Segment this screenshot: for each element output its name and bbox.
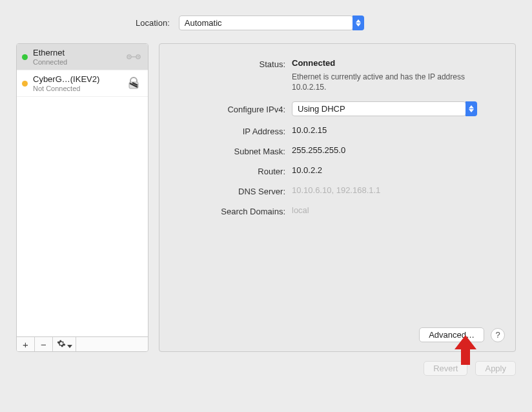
location-selected-value: Automatic <box>185 18 222 28</box>
ethernet-icon <box>125 50 143 64</box>
status-description: Ethernet is currently active and has the… <box>292 72 473 92</box>
location-select[interactable]: Automatic <box>179 15 364 30</box>
configure-ipv4-label: Configure IPv4: <box>159 101 285 114</box>
status-dot-icon <box>22 54 28 60</box>
minus-icon: − <box>41 339 46 350</box>
subnet-mask-value: 255.255.255.0 <box>292 145 500 155</box>
help-button[interactable]: ? <box>491 328 505 342</box>
revert-button[interactable]: Revert <box>424 361 467 376</box>
ip-address-value: 10.0.2.15 <box>292 125 500 135</box>
interface-name: Ethernet <box>33 48 119 57</box>
add-interface-button[interactable]: + <box>17 337 35 351</box>
search-domains-value[interactable]: local <box>292 205 500 215</box>
interface-status: Connected <box>33 58 119 66</box>
status-dot-icon <box>22 81 28 87</box>
location-label: Location: <box>136 18 170 28</box>
advanced-button[interactable]: Advanced… <box>419 327 484 342</box>
plus-icon: + <box>23 339 28 350</box>
status-label: Status: <box>159 58 285 69</box>
svg-point-3 <box>128 56 130 57</box>
ip-address-label: IP Address: <box>159 125 285 136</box>
interface-detail-panel: Status: Connected Ethernet is currently … <box>159 43 516 352</box>
remove-interface-button[interactable]: − <box>35 337 53 351</box>
interfaces-list: Ethernet Connected CyberG…(IKEV2) <box>17 44 148 336</box>
lock-icon <box>125 76 143 90</box>
search-domains-label: Search Domains: <box>159 205 285 216</box>
apply-button[interactable]: Apply <box>475 361 516 376</box>
router-value: 10.0.2.2 <box>292 165 500 175</box>
interface-status: Not Connected <box>33 85 119 92</box>
interface-item-ethernet[interactable]: Ethernet Connected <box>17 44 148 70</box>
interface-actions-button[interactable] <box>53 337 76 351</box>
interface-name: CyberG…(IKEV2) <box>33 74 119 84</box>
dns-server-label: DNS Server: <box>159 185 285 196</box>
configure-ipv4-select[interactable]: Using DHCP <box>292 101 477 116</box>
gear-icon <box>57 339 66 350</box>
configure-ipv4-value: Using DHCP <box>298 104 345 114</box>
dns-server-value[interactable]: 10.10.6.10, 192.168.1.1 <box>292 185 500 195</box>
router-label: Router: <box>159 165 285 176</box>
updown-caret-icon <box>353 15 364 30</box>
status-value: Connected <box>292 58 500 68</box>
chevron-down-icon <box>67 339 72 350</box>
help-icon: ? <box>495 330 500 340</box>
interface-item-vpn[interactable]: CyberG…(IKEV2) Not Connected <box>17 70 148 97</box>
subnet-mask-label: Subnet Mask: <box>159 145 285 156</box>
interfaces-sidebar: Ethernet Connected CyberG…(IKEV2) <box>16 43 148 352</box>
updown-caret-icon <box>466 101 477 116</box>
svg-point-4 <box>138 56 139 57</box>
